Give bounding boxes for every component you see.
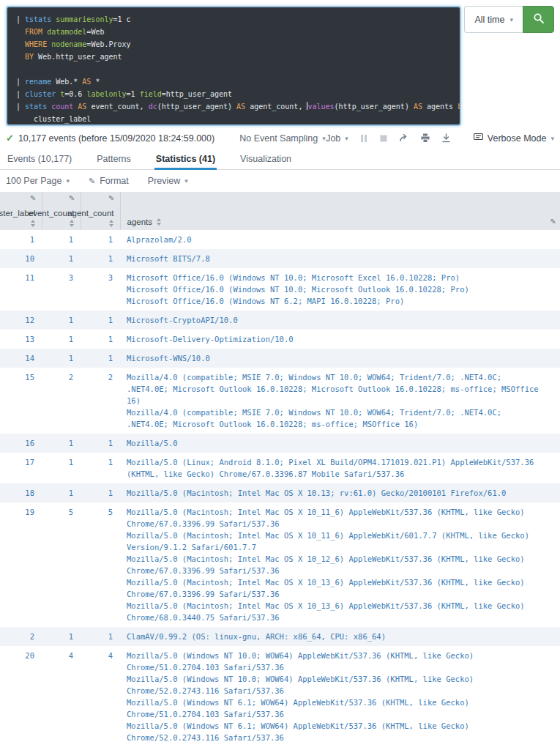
agent-value[interactable]: Mozilla/5.0 (Windows NT 6.1; WOW64) Appl… (127, 720, 546, 743)
preview-dropdown[interactable]: Preview ▾ (148, 176, 188, 186)
search-query-input[interactable]: | tstats summariesonly=1 c FROM datamode… (6, 6, 461, 126)
cluster-label-cell[interactable]: 17 (0, 453, 42, 483)
event-sampling-dropdown[interactable]: No Event Sampling ▾ (239, 133, 326, 144)
agent-value[interactable]: Microsoft Office/16.0 (Windows NT 10.0; … (127, 283, 546, 295)
agent-value[interactable]: ClamAV/0.99.2 (OS: linux-gnu, ARCH: x86_… (127, 631, 546, 642)
sort-icon[interactable] (70, 220, 74, 227)
stop-icon[interactable] (379, 134, 388, 143)
agent-value[interactable]: Mozilla/5.0 (Macintosh; Intel Mac OS X 1… (127, 553, 546, 576)
cluster-label-cell[interactable]: 18 (0, 483, 42, 502)
event-count-cell[interactable]: 1 (42, 627, 81, 646)
cluster-label-cell[interactable]: 2 (0, 627, 42, 646)
event-count-cell[interactable]: 2 (42, 368, 81, 434)
chevron-down-icon: ▾ (184, 177, 188, 185)
row-spacer (548, 368, 560, 434)
cluster-label-cell[interactable]: 16 (0, 434, 42, 453)
print-icon[interactable] (420, 133, 430, 143)
event-count-cell[interactable]: 1 (42, 434, 81, 453)
edit-column-icon[interactable]: ✎ (108, 194, 114, 202)
pencil-icon: ✎ (89, 177, 95, 186)
agent-count-cell[interactable]: 2 (81, 368, 120, 434)
event-count-cell[interactable]: 1 (42, 453, 81, 483)
agent-count-cell[interactable]: 5 (81, 502, 120, 627)
agent-count-cell[interactable]: 1 (81, 434, 120, 453)
agent-value[interactable]: Mozilla/5.0 (Macintosh; Intel Mac OS X 1… (127, 600, 546, 623)
pause-icon[interactable] (359, 134, 368, 143)
agent-count-cell[interactable]: 1 (81, 311, 120, 330)
agent-value[interactable]: Mozilla/5.0 (Macintosh; Intel Mac OS X 1… (127, 530, 546, 553)
tab-patterns[interactable]: Patterns (95, 149, 132, 170)
cluster-label-cell[interactable]: 10 (0, 249, 42, 268)
agent-count-cell[interactable]: 3 (81, 268, 120, 311)
event-count-cell[interactable]: 3 (42, 268, 81, 311)
search-button[interactable] (523, 6, 554, 33)
tab-statistics[interactable]: Statistics (41) (154, 149, 217, 170)
agent-value[interactable]: Microsoft-WNS/10.0 (127, 352, 546, 364)
export-icon[interactable] (441, 133, 451, 143)
cluster-label-cell[interactable]: 20 (0, 646, 42, 747)
per-page-dropdown[interactable]: 100 Per Page ▾ (6, 176, 70, 186)
table-row: 211ClamAV/0.99.2 (OS: linux-gnu, ARCH: x… (0, 627, 560, 646)
edit-column-icon[interactable]: ✎ (69, 194, 75, 202)
agents-cell: Microsoft Office/16.0 (Windows NT 10.0; … (120, 268, 548, 311)
event-count-cell[interactable]: 1 (42, 311, 81, 330)
event-count-cell[interactable]: 4 (42, 646, 81, 747)
cluster-label-cell[interactable]: 19 (0, 502, 42, 627)
agent-value[interactable]: Mozilla/5.0 (Windows NT 6.1; WOW64) Appl… (127, 697, 546, 720)
agents-cell: Mozilla/5.0 (120, 434, 548, 453)
cluster-label-cell[interactable]: 12 (0, 311, 42, 330)
agent-count-cell[interactable]: 1 (81, 453, 120, 483)
agent-count-cell[interactable]: 1 (81, 483, 120, 502)
time-range-picker[interactable]: All time ▾ (464, 6, 523, 33)
sort-icon[interactable] (109, 220, 113, 227)
cluster-label-cell[interactable]: 1 (0, 230, 42, 249)
event-count-cell[interactable]: 1 (42, 349, 81, 368)
agent-value[interactable]: Microsoft Office/16.0 (Windows NT 6.2; M… (127, 295, 546, 307)
agent-value[interactable]: Microsoft-Delivery-Optimization/10.0 (127, 333, 546, 345)
agent-value[interactable]: Mozilla/5.0 (Macintosh; Intel Mac OS X 1… (127, 506, 546, 530)
job-dropdown[interactable]: Job ▾ (326, 133, 348, 144)
column-header-agent-count[interactable]: ✎ agent_count (81, 192, 120, 230)
event-count-cell[interactable]: 1 (42, 483, 81, 502)
table-row: 1811Mozilla/5.0 (Macintosh; Intel Mac OS… (0, 483, 560, 502)
share-icon[interactable] (399, 133, 409, 143)
agent-value[interactable]: Mozilla/5.0 (Macintosh; Intel Mac OS X 1… (127, 576, 546, 600)
agent-value[interactable]: Mozilla/5.0 (Macintosh; Intel Mac OS X 1… (127, 487, 546, 499)
agent-value[interactable]: Mozilla/5.0 (Windows NT 10.0; WOW64) App… (127, 650, 546, 673)
agent-value[interactable]: Alprazolam/2.0 (127, 234, 546, 245)
agent-count-cell[interactable]: 1 (81, 230, 120, 249)
tab-visualization[interactable]: Visualization (239, 149, 293, 170)
event-count-cell[interactable]: 5 (42, 502, 81, 627)
cluster-label-cell[interactable]: 11 (0, 268, 42, 311)
agent-value[interactable]: Mozilla/4.0 (compatible; MSIE 7.0; Windo… (127, 371, 546, 406)
edit-columns-icon[interactable]: ✎ (550, 218, 556, 226)
table-row: 1711Mozilla/5.0 (Linux; Android 8.1.0; P… (0, 453, 560, 483)
agent-value[interactable]: Mozilla/5.0 (127, 437, 546, 449)
search-mode-dropdown[interactable]: Verbose Mode ▾ (474, 133, 554, 144)
agent-value[interactable]: Mozilla/5.0 (Linux; Android 8.1.0; Pixel… (127, 456, 546, 480)
agent-count-cell[interactable]: 1 (81, 349, 120, 368)
sort-icon[interactable] (157, 218, 161, 226)
format-button[interactable]: ✎ Format (89, 176, 129, 186)
table-row: 1211Microsoft-CryptoAPI/10.0 (0, 311, 560, 330)
chevron-down-icon: ▾ (66, 177, 70, 185)
cluster-label-cell[interactable]: 14 (0, 349, 42, 368)
agent-value[interactable]: Mozilla/4.0 (compatible; MSIE 7.0; Windo… (127, 406, 546, 430)
event-count-cell[interactable]: 1 (42, 249, 81, 268)
agent-count-cell[interactable]: 4 (81, 646, 120, 747)
edit-column-icon[interactable]: ✎ (30, 194, 36, 202)
event-count-cell[interactable]: 1 (42, 230, 81, 249)
agent-count-cell[interactable]: 1 (81, 330, 120, 349)
agent-value[interactable]: Microsoft BITS/7.8 (127, 253, 546, 264)
sort-icon[interactable] (31, 220, 35, 227)
cluster-label-cell[interactable]: 13 (0, 330, 42, 349)
agent-value[interactable]: Microsoft-CryptoAPI/10.0 (127, 314, 546, 326)
cluster-label-cell[interactable]: 15 (0, 368, 42, 434)
agent-count-cell[interactable]: 1 (81, 249, 120, 268)
tab-events[interactable]: Events (10,177) (6, 149, 73, 170)
column-header-agents[interactable]: agents (120, 192, 548, 230)
agent-value[interactable]: Mozilla/5.0 (Windows NT 10.0; WOW64) App… (127, 673, 546, 697)
agent-count-cell[interactable]: 1 (81, 627, 120, 646)
event-count-cell[interactable]: 1 (42, 330, 81, 349)
agent-value[interactable]: Microsoft Office/16.0 (Windows NT 10.0; … (127, 272, 546, 283)
